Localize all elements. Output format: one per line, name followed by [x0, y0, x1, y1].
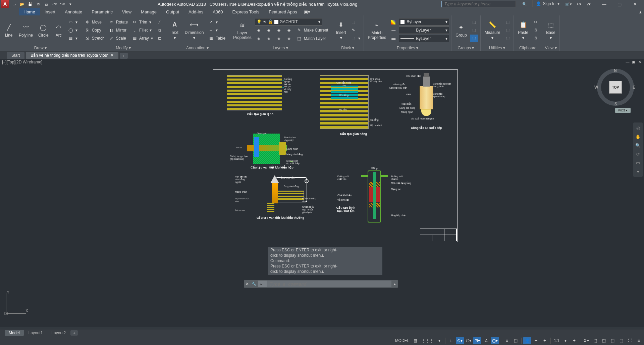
copyclip-button[interactable]: ⎘	[532, 27, 540, 34]
a360-icon[interactable]: ✦▾	[574, 0, 583, 8]
panel-clipboard-title[interactable]: Clipboard	[514, 45, 542, 51]
tab-annotate[interactable]: Annotate	[60, 8, 87, 15]
cmd-prompt-icon[interactable]: ▸_	[258, 281, 267, 287]
lineweight-tool[interactable]: ▬	[389, 35, 397, 42]
viewcube-s[interactable]: S	[614, 102, 617, 106]
copy-button[interactable]: ⎘Copy	[83, 27, 106, 34]
viewcube-n[interactable]: N	[614, 68, 617, 73]
block-tool2[interactable]: ✎	[350, 27, 362, 34]
trim-button[interactable]: ✂Trim ▾	[130, 18, 154, 26]
text-button[interactable]: AText▾	[168, 19, 181, 41]
saveas-icon[interactable]: ⧉	[34, 0, 42, 8]
annoscale-dd[interactable]: ▾	[561, 337, 570, 344]
annomon-toggle[interactable]: ✦	[570, 337, 578, 344]
group-button[interactable]: ✦Group	[453, 22, 469, 38]
viewcube-w[interactable]: W	[594, 85, 598, 90]
command-history[interactable]: Press ESC or ENTER to exit, or right- cl…	[268, 247, 382, 275]
group-tool3[interactable]: ⬚	[470, 35, 478, 42]
viewcube[interactable]: TOP N S E W	[597, 69, 634, 106]
scale-button[interactable]: ⤢Scale	[107, 35, 129, 42]
otrack-toggle[interactable]: ▢▾	[491, 337, 499, 344]
insert-button[interactable]: ⬇Insert▾	[334, 19, 348, 41]
util-tool1[interactable]: ⬚	[503, 18, 512, 26]
copybase-button[interactable]: ⎘	[532, 35, 540, 42]
new-icon[interactable]: ▭	[10, 0, 18, 8]
tab-express[interactable]: Express Tools	[228, 8, 264, 15]
layer-properties-button[interactable]: ≋Layer Properties	[231, 20, 254, 41]
leader-button[interactable]: ↗▾	[207, 18, 227, 26]
cmd-close-icon[interactable]: ✕	[244, 282, 251, 286]
close-button[interactable]: ✕	[627, 0, 643, 8]
block-tool3[interactable]: ⬚▾	[350, 35, 362, 42]
panel-block-title[interactable]: Block ▾	[332, 45, 364, 51]
grid-toggle[interactable]: ▦	[411, 337, 419, 344]
cut-button[interactable]: ✂	[532, 18, 540, 26]
ucs-icon[interactable]: Y X	[3, 290, 30, 317]
cmd-customize-icon[interactable]: 🔧	[251, 282, 257, 286]
osnap-toggle[interactable]: ⊡▾	[473, 337, 481, 344]
selection-cycling-toggle[interactable]: 👤	[523, 337, 531, 344]
panel-utilities-title[interactable]: Utilities ▾	[481, 45, 514, 51]
gizmo-toggle[interactable]: ✦	[532, 337, 540, 344]
tab-view[interactable]: View	[117, 8, 136, 15]
viewport-controls-label[interactable]: [−][Top][2D Wireframe] — ▣ ✕	[0, 59, 644, 65]
lineweight-dropdown[interactable]: ByLayer▾	[399, 35, 449, 42]
tab-manage[interactable]: Manage	[136, 8, 161, 15]
nav-wheel-icon[interactable]: ◎	[633, 124, 643, 132]
array-button[interactable]: ▦Array ▾	[130, 35, 154, 42]
app-logo[interactable]: A	[1, 0, 9, 8]
match-layer-button[interactable]: ⬚Match Layer	[295, 35, 327, 42]
erase-button[interactable]: ∕	[156, 18, 164, 26]
ortho-toggle[interactable]: ∟	[447, 337, 455, 344]
linetype-tool[interactable]: —	[389, 27, 397, 34]
polyline-button[interactable]: 〰Polyline	[17, 22, 35, 38]
infer-toggle[interactable]: ▾	[435, 337, 443, 344]
tab-insert[interactable]: Insert	[40, 8, 60, 15]
hardware-toggle[interactable]: ⬚	[608, 337, 616, 344]
hatch-button[interactable]: ▦▾	[67, 35, 79, 42]
workspace-toggle[interactable]: ⚙▾	[582, 337, 590, 344]
open-icon[interactable]: 📂	[18, 0, 26, 8]
panel-view-title[interactable]: View ▾	[542, 45, 559, 51]
drawing-area[interactable]: Ga lỏng từ van tiết lưu Hơi ga về máy né…	[0, 65, 644, 327]
group-tool2[interactable]: ⬚	[470, 27, 478, 34]
layout-tab-model[interactable]: Model	[5, 330, 24, 336]
layer-tool7[interactable]: ◈	[275, 35, 283, 42]
snap-toggle[interactable]: ⋮⋮⋮	[420, 337, 435, 344]
transparency-toggle[interactable]: ⬚	[512, 337, 520, 344]
cleanscreen-toggle[interactable]: ⛶	[626, 337, 634, 344]
layer-tool4[interactable]: ◈	[285, 27, 293, 34]
offset-button[interactable]: ⊏	[156, 35, 164, 42]
group-tool1[interactable]: ⬚	[470, 18, 478, 26]
tab-home[interactable]: Home	[19, 8, 40, 15]
layout-tab-add-button[interactable]: ＋	[70, 330, 78, 336]
cmd-recent-icon[interactable]: ▴	[391, 282, 398, 286]
dim-misc-button[interactable]: ⫤▾	[207, 27, 227, 34]
viewcube-e[interactable]: E	[633, 85, 635, 90]
viewcube-face[interactable]: TOP	[609, 81, 622, 94]
color-tool[interactable]	[389, 18, 397, 26]
nav-showmotion-icon[interactable]: ▭	[633, 158, 643, 167]
layer-tool6[interactable]: ◈	[265, 35, 273, 42]
panel-groups-title[interactable]: Groups ▾	[451, 45, 480, 51]
tab-parametric[interactable]: Parametric	[87, 8, 117, 15]
tab-addins[interactable]: Add-ins	[184, 8, 208, 15]
dimension-button[interactable]: ⟷Dimension▾	[183, 19, 206, 41]
panel-modify-title[interactable]: Modify ▾	[81, 45, 166, 51]
nav-orbit-icon[interactable]: ⟳	[633, 150, 643, 158]
signin-button[interactable]: 👤 Sign In ▾	[532, 0, 563, 7]
minimize-button[interactable]: —	[596, 0, 612, 8]
tab-featured[interactable]: Featured Apps	[264, 8, 302, 15]
command-input[interactable]	[267, 281, 391, 287]
ellipse-button[interactable]: ◯▾	[67, 27, 79, 34]
maximize-button[interactable]: ▢	[612, 0, 627, 8]
mirror-button[interactable]: ◧Mirror	[107, 27, 129, 34]
line-button[interactable]: ╱Line	[2, 22, 15, 38]
vp-minimize-button[interactable]: —	[625, 59, 630, 64]
redo-icon[interactable]: ↷▾	[58, 0, 66, 8]
file-tab-close-icon[interactable]: ✕	[110, 53, 114, 58]
qat-customize-icon[interactable]: ▾	[66, 0, 74, 8]
print-icon[interactable]: 🖨	[42, 0, 50, 8]
panel-draw-title[interactable]: Draw ▾	[0, 45, 81, 51]
block-tool1[interactable]: ⬚	[350, 18, 362, 26]
